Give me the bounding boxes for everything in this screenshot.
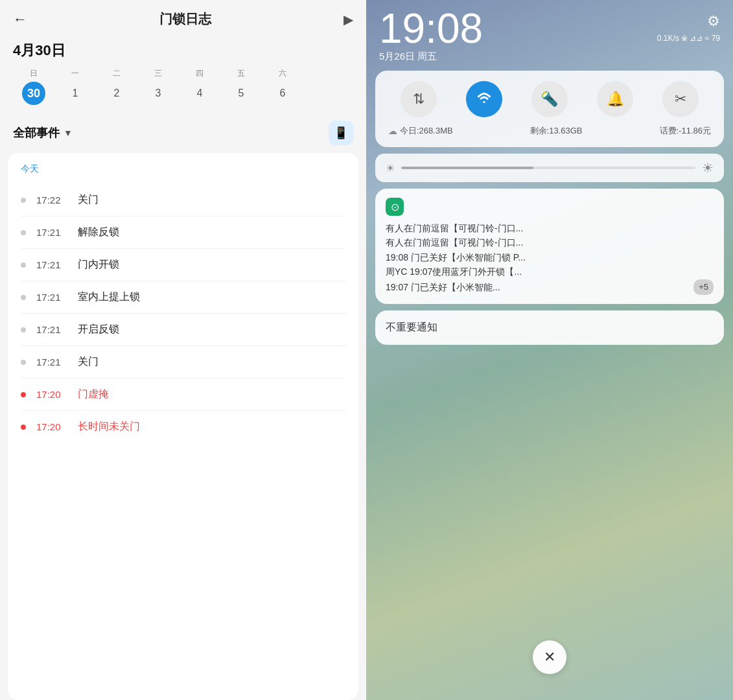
brightness-high-icon: ☀ [702,160,714,176]
event-dot [21,360,26,365]
minor-notif-label: 不重要通知 [386,321,437,332]
notification-card[interactable]: ⊙ 有人在门前逗留【可视门铃-门口...有人在门前逗留【可视门铃-门口...19… [375,189,724,304]
notif-line: 19:07 门已关好【小米智能...+5 [386,279,714,296]
device-filter-button[interactable]: 📱 [329,121,353,145]
cloud-icon: ☁ [388,126,397,136]
event-dot [21,295,26,300]
list-item[interactable]: 17:21 解除反锁 [21,216,345,249]
week-day[interactable]: 三 3 [137,68,179,105]
page-title: 门锁日志 [159,10,211,28]
event-name: 门虚掩 [78,388,109,401]
close-icon: ✕ [544,649,555,666]
event-dot [21,392,26,397]
filter-label-text: 全部事件 [13,125,60,141]
phone-icon: 📱 [334,126,348,140]
date-section: 4月30日 日 30 一 1 二 2 三 3 四 4 五 5 六 6 [0,36,366,118]
screenshot-tile[interactable]: ✂ [662,81,699,117]
event-dot [21,262,26,268]
list-item[interactable]: 17:22 关门 [21,184,345,216]
events-list[interactable]: 今天 17:22 关门 17:21 解除反锁 17:21 门内开锁 17:21 … [8,153,358,700]
event-name: 长时间未关门 [78,420,140,434]
week-day-num: 5 [229,82,253,105]
week-day[interactable]: 五 5 [220,68,262,105]
event-name: 解除反锁 [78,226,119,239]
brightness-control[interactable]: ☀ ☀ [375,154,724,182]
clock: 19:08 [379,8,483,49]
brightness-low-icon: ☀ [386,162,395,174]
notif-badge: +5 [693,279,714,296]
header: ← 门锁日志 ▶ [0,0,366,36]
date-label: 4月30日 [13,41,353,60]
left-panel: ← 门锁日志 ▶ 4月30日 日 30 一 1 二 2 三 3 四 4 五 5 … [0,0,366,700]
chevron-down-icon: ▼ [64,128,73,138]
week-day-label: 四 [196,68,204,79]
filter-dropdown[interactable]: 全部事件 ▼ [13,125,73,141]
week-day-num: 3 [146,82,170,105]
app-icon: ⊙ [386,198,404,216]
close-button[interactable]: ✕ [533,640,566,674]
event-name: 关门 [78,355,99,369]
quick-settings-panel: ⇅ 🔦 🔔 ✂ ☁ 今日:268.3MB 剩余:13.63GB 话费:-11.8… [375,71,724,147]
flashlight-tile[interactable]: 🔦 [531,81,568,117]
list-item[interactable]: 17:21 关门 [21,346,345,379]
event-dot [21,327,26,332]
list-item[interactable]: 17:21 室内上提上锁 [21,281,345,314]
week-day[interactable]: 四 4 [179,68,220,105]
list-item[interactable]: 17:20 长时间未关门 [21,411,345,443]
week-day[interactable]: 日 30 [13,68,54,105]
data-usage-row: ☁ 今日:268.3MB 剩余:13.63GB 话费:-11.86元 [386,125,714,137]
status-date: 5月26日 周五 [366,49,733,71]
list-item[interactable]: 17:21 开启反锁 [21,314,345,346]
week-day[interactable]: 二 2 [96,68,137,105]
notif-header: ⊙ [386,198,714,216]
week-day-label: 三 [154,68,162,79]
week-day-label: 二 [113,68,121,79]
remaining-data: 剩余:13.63GB [530,125,583,137]
notif-line: 有人在门前逗留【可视门铃-门口... [386,235,714,250]
event-dot [21,230,26,235]
today-label: 今天 [21,163,345,175]
event-time: 17:21 [36,259,70,270]
gear-icon[interactable]: ⚙ [707,13,720,30]
event-time: 17:22 [36,194,70,205]
event-time: 17:21 [36,324,70,335]
play-icon[interactable]: ▶ [343,12,353,27]
event-dot [21,425,26,430]
week-day-label: 五 [237,68,245,79]
data-toggle-tile[interactable]: ⇅ [401,81,437,117]
cloud-today: ☁ 今日:268.3MB [388,125,453,137]
balance-data: 话费:-11.86元 [660,125,711,137]
week-day-label: 日 [30,68,38,79]
event-dot [21,198,26,203]
brightness-slider[interactable] [401,167,695,169]
event-name: 开启反锁 [78,323,119,336]
event-time: 17:21 [36,227,70,238]
notif-line: 有人在门前逗留【可视门铃-门口... [386,221,714,235]
week-row: 日 30 一 1 二 2 三 3 四 4 五 5 六 6 [13,68,353,105]
week-day[interactable]: 一 1 [54,68,96,105]
quick-tiles-row: ⇅ 🔦 🔔 ✂ [386,81,714,117]
status-bar: 19:08 ⚙ 0.1K/s ※ ⊿⊿ ≈ 79 [366,0,733,49]
bell-tile[interactable]: 🔔 [597,81,633,117]
week-day-num: 4 [188,82,211,105]
week-day-num: 6 [271,82,294,105]
notif-lines: 有人在门前逗留【可视门铃-门口...有人在门前逗留【可视门铃-门口...19:0… [386,221,714,295]
event-name: 门内开锁 [78,258,119,272]
back-button[interactable]: ← [13,11,27,28]
week-day[interactable]: 六 6 [262,68,303,105]
minor-notifications-card[interactable]: 不重要通知 [375,310,724,345]
today-data: 今日:268.3MB [400,125,453,137]
week-day-num: 2 [105,82,128,105]
right-panel: 19:08 ⚙ 0.1K/s ※ ⊿⊿ ≈ 79 5月26日 周五 ⇅ 🔦 🔔 … [366,0,733,700]
event-name: 室内上提上锁 [78,290,140,304]
wifi-tile[interactable] [466,81,502,117]
list-item[interactable]: 17:21 门内开锁 [21,249,345,281]
week-day-num: 30 [22,82,45,105]
list-item[interactable]: 17:20 门虚掩 [21,379,345,411]
week-day-label: 一 [71,68,79,79]
week-day-num: 1 [64,82,87,105]
filter-row: 全部事件 ▼ 📱 [0,118,366,153]
events-container: 17:22 关门 17:21 解除反锁 17:21 门内开锁 17:21 室内上… [21,184,345,443]
status-right: ⚙ 0.1K/s ※ ⊿⊿ ≈ 79 [657,8,720,43]
event-time: 17:21 [36,356,70,368]
